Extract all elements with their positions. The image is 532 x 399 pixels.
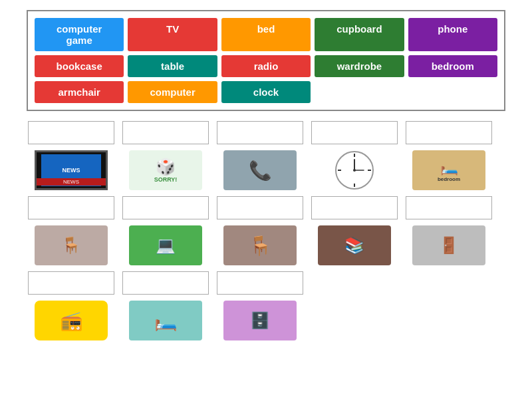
- image-bed: 🛏️: [122, 297, 209, 344]
- match-row-1: NEWS NEWS 🎲 SORRY! 📞: [27, 121, 505, 194]
- match-col-clock: [310, 121, 399, 194]
- tile-wardrobe[interactable]: wardrobe: [315, 55, 404, 77]
- image-phone: 📞: [217, 147, 303, 194]
- tile-tv[interactable]: TV: [128, 18, 217, 51]
- match-col-armchair: 🪑: [215, 196, 305, 269]
- match-col-boardgame: 🎲 SORRY!: [121, 121, 210, 194]
- radio-image: 📻: [35, 301, 108, 340]
- answer-bedroom[interactable]: [406, 121, 492, 144]
- answer-table[interactable]: [28, 196, 114, 219]
- tile-bed[interactable]: bed: [221, 18, 311, 51]
- match-col-wardrobe: 🚪: [404, 196, 493, 269]
- match-col-table: 🪑: [27, 196, 116, 269]
- tile-bookcase[interactable]: bookcase: [35, 55, 124, 77]
- answer-clock[interactable]: [311, 121, 398, 144]
- answer-bed[interactable]: [122, 271, 209, 295]
- match-col-bookcase: 📚: [310, 196, 399, 269]
- tile-computer[interactable]: computer: [128, 81, 217, 103]
- tile-clock[interactable]: clock: [221, 81, 311, 103]
- answer-armchair[interactable]: [217, 196, 303, 219]
- image-boardgame: 🎲 SORRY!: [122, 147, 209, 194]
- match-col-phone: 📞: [215, 121, 305, 194]
- answer-radio[interactable]: [28, 271, 114, 295]
- tile-armchair[interactable]: armchair: [35, 81, 124, 103]
- tile-cupboard[interactable]: cupboard: [315, 18, 404, 51]
- tile-table[interactable]: table: [128, 55, 217, 77]
- match-row-2: 🪑 💻 🪑: [27, 196, 505, 269]
- image-clock: [311, 147, 398, 194]
- match-col-bed: 🛏️: [121, 271, 210, 344]
- answer-boardgame[interactable]: [122, 121, 209, 144]
- answer-wardrobe[interactable]: [406, 196, 492, 219]
- match-col-computer: 💻: [121, 196, 210, 269]
- match-col-radio: 📻: [27, 271, 116, 344]
- clock-svg: [334, 150, 374, 190]
- image-tv: NEWS NEWS: [28, 147, 114, 194]
- image-table: 🪑: [28, 222, 114, 269]
- match-col-cupboard: 🗄️: [215, 271, 305, 344]
- image-bookcase: 📚: [311, 222, 398, 269]
- tile-computer-game[interactable]: computergame: [35, 18, 124, 51]
- image-cupboard: 🗄️: [217, 297, 303, 344]
- answer-computer[interactable]: [122, 196, 209, 219]
- answer-bookcase[interactable]: [311, 196, 398, 219]
- tile-phone[interactable]: phone: [408, 18, 497, 51]
- image-computer: 💻: [122, 222, 209, 269]
- image-armchair: 🪑: [217, 222, 303, 269]
- tile-radio[interactable]: radio: [221, 55, 311, 77]
- match-col-bedroom: 🛏️ bedroom: [404, 121, 493, 194]
- match-col-tv: NEWS NEWS: [27, 121, 116, 194]
- word-bank: computergame TV bed cupboard phone bookc…: [27, 10, 505, 111]
- match-row-3: 📻 🛏️ 🗄️: [27, 271, 505, 344]
- image-bedroom: 🛏️ bedroom: [406, 147, 492, 194]
- answer-tv[interactable]: [28, 121, 114, 144]
- tile-bedroom[interactable]: bedroom: [408, 55, 497, 77]
- image-radio: 📻: [28, 297, 114, 344]
- match-area: NEWS NEWS 🎲 SORRY! 📞: [27, 121, 505, 344]
- answer-cupboard[interactable]: [217, 271, 303, 295]
- answer-phone[interactable]: [217, 121, 303, 144]
- image-wardrobe: 🚪: [406, 222, 492, 269]
